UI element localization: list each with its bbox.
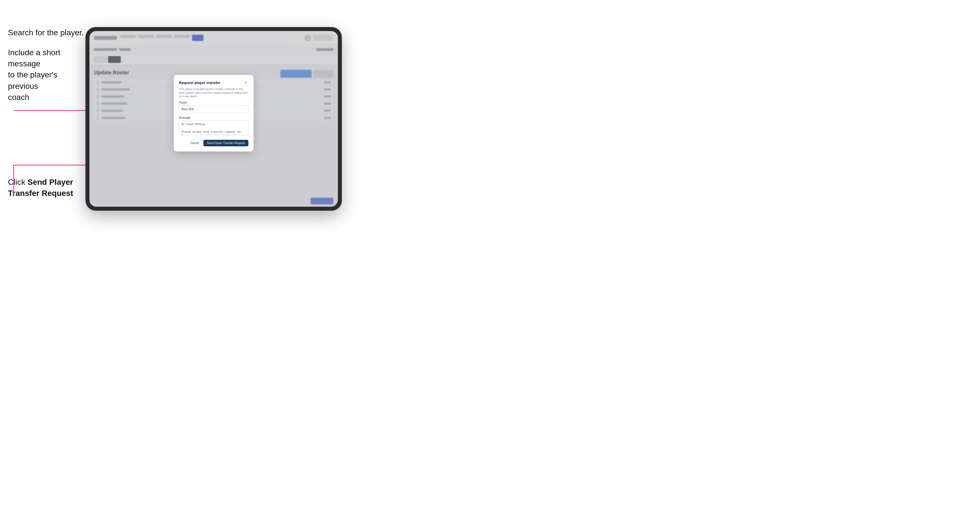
annotation-click-text: Click Send Player Transfer Request [8,176,76,199]
message-textarea[interactable]: Hi Coach McHarg, Please accept this tran… [179,121,248,135]
send-transfer-request-button[interactable]: Send Player Transfer Request [204,140,248,146]
cancel-button[interactable]: Cancel [188,140,201,146]
modal-header: Request player transfer × [179,80,248,85]
tablet-screen: Update Roster [89,31,338,207]
modal-title: Request player transfer [179,81,220,85]
modal-overlay: Request player transfer × If the player … [89,31,338,207]
modal-footer: Cancel Send Player Transfer Request [179,140,248,146]
message-label: Message [179,116,248,119]
modal-description: If the player is transferring from anoth… [179,87,248,98]
player-label: Player [179,101,248,104]
annotation-message-text: Include a short message to the player's … [8,47,82,103]
tablet-device: Update Roster [86,27,342,211]
modal-dialog: Request player transfer × If the player … [174,75,253,151]
player-input[interactable] [179,105,248,113]
close-icon[interactable]: × [243,80,248,85]
annotation-search-text: Search for the player. [8,27,84,38]
